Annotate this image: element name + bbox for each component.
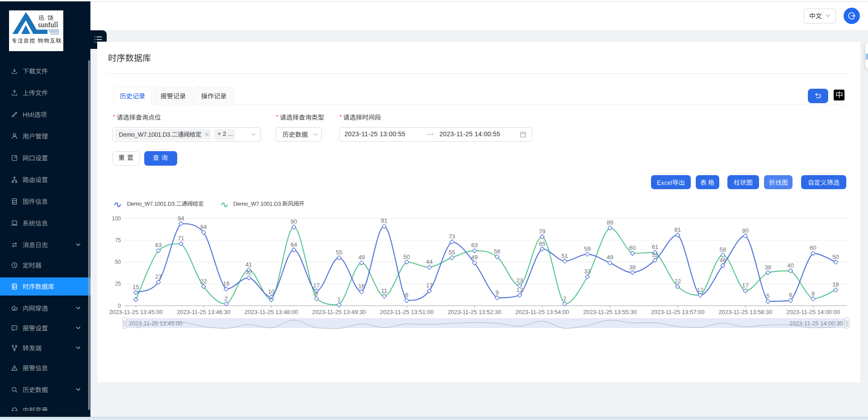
svg-text:2: 2	[225, 295, 228, 302]
svg-text:75: 75	[115, 237, 121, 243]
svg-text:17: 17	[742, 282, 749, 289]
svg-text:71: 71	[178, 235, 184, 242]
svg-text:27: 27	[155, 273, 161, 280]
svg-text:49: 49	[607, 254, 613, 261]
svg-text:22: 22	[675, 278, 681, 285]
svg-text:33: 33	[584, 268, 590, 275]
svg-text:49: 49	[359, 254, 365, 261]
svg-text:12: 12	[516, 286, 523, 293]
svg-text:50: 50	[403, 253, 410, 260]
svg-text:61: 61	[652, 243, 658, 250]
svg-text:6: 6	[789, 291, 792, 298]
svg-text:63: 63	[155, 242, 161, 248]
svg-text:64: 64	[291, 241, 297, 248]
svg-text:49: 49	[471, 254, 477, 261]
svg-text:56: 56	[494, 248, 500, 255]
svg-text:40: 40	[787, 262, 793, 269]
svg-text:2023-11-25 13:46:30: 2023-11-25 13:46:30	[177, 309, 231, 315]
svg-text:41: 41	[245, 261, 252, 268]
svg-text:19: 19	[223, 280, 229, 287]
svg-text:2023-11-25 14:00:00: 2023-11-25 14:00:00	[786, 309, 840, 315]
svg-text:65: 65	[539, 240, 545, 247]
svg-text:94: 94	[178, 215, 184, 222]
svg-text:2023-11-25 13:45:00: 2023-11-25 13:45:00	[109, 309, 163, 315]
svg-text:10: 10	[268, 288, 274, 295]
svg-text:15: 15	[132, 284, 139, 291]
svg-text:23: 23	[516, 277, 523, 284]
svg-text:52: 52	[652, 252, 658, 258]
svg-text:11: 11	[381, 287, 387, 294]
svg-text:2023-11-25 14:00:30: 2023-11-25 14:00:30	[789, 320, 843, 327]
svg-text:2023-11-25 13:58:30: 2023-11-25 13:58:30	[718, 309, 772, 315]
svg-text:17: 17	[313, 282, 320, 289]
svg-text:16: 16	[359, 283, 365, 290]
svg-text:8: 8	[315, 290, 318, 297]
svg-text:80: 80	[742, 227, 749, 234]
svg-text:0: 0	[118, 303, 121, 309]
svg-text:2023-11-25 13:52:30: 2023-11-25 13:52:30	[448, 309, 501, 315]
svg-text:63: 63	[471, 242, 477, 248]
svg-text:84: 84	[200, 224, 207, 230]
svg-text:1: 1	[337, 296, 340, 303]
svg-text:90: 90	[291, 218, 297, 225]
svg-text:6: 6	[405, 291, 408, 298]
svg-text:22: 22	[200, 278, 207, 285]
svg-text:2023-11-25 13:45:00: 2023-11-25 13:45:00	[129, 320, 183, 327]
svg-text:55: 55	[336, 249, 342, 256]
svg-text:2023-11-25 13:51:00: 2023-11-25 13:51:00	[380, 309, 434, 315]
svg-text:5: 5	[766, 292, 769, 299]
svg-text:60: 60	[810, 244, 816, 251]
svg-text:58: 58	[720, 246, 726, 253]
svg-text:18: 18	[832, 281, 839, 288]
svg-text:9: 9	[495, 289, 499, 296]
svg-text:2023-11-25 13:48:00: 2023-11-25 13:48:00	[245, 309, 298, 315]
svg-text:50: 50	[115, 259, 121, 265]
svg-text:32: 32	[245, 269, 252, 276]
svg-text:79: 79	[539, 228, 545, 235]
svg-text:8: 8	[811, 290, 815, 297]
svg-text:2023-11-25 13:55:30: 2023-11-25 13:55:30	[583, 309, 637, 315]
svg-text:17: 17	[426, 282, 432, 289]
svg-text:59: 59	[584, 245, 590, 252]
svg-text:2: 2	[563, 295, 566, 302]
svg-text:50: 50	[832, 253, 839, 260]
svg-text:25: 25	[115, 281, 121, 287]
svg-text:2023-11-25 13:54:00: 2023-11-25 13:54:00	[515, 309, 569, 315]
svg-text:38: 38	[629, 264, 636, 271]
svg-text:12: 12	[697, 286, 703, 293]
svg-text:51: 51	[561, 253, 568, 259]
svg-text:100: 100	[112, 215, 121, 222]
svg-text:2023-11-25 13:57:00: 2023-11-25 13:57:00	[651, 309, 705, 315]
svg-text:46: 46	[720, 257, 726, 263]
svg-text:55: 55	[448, 249, 455, 256]
svg-text:60: 60	[629, 244, 636, 251]
svg-text:91: 91	[381, 217, 387, 224]
svg-text:38: 38	[764, 264, 771, 271]
svg-text:73: 73	[448, 233, 455, 240]
svg-text:89: 89	[607, 219, 613, 226]
svg-text:81: 81	[675, 226, 681, 233]
svg-text:44: 44	[426, 258, 432, 265]
svg-text:2023-11-25 13:49:30: 2023-11-25 13:49:30	[312, 309, 366, 315]
